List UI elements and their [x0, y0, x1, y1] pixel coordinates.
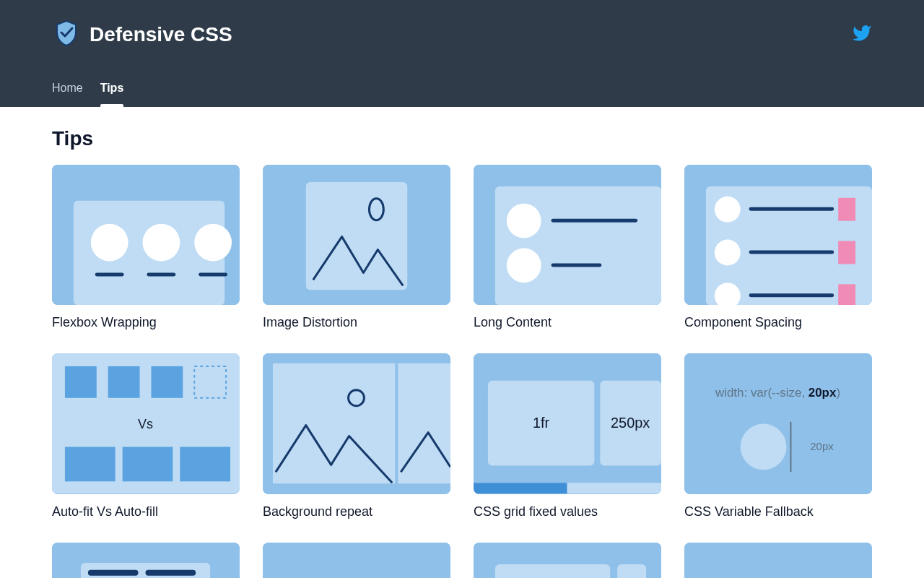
svg-rect-7 — [199, 272, 227, 276]
svg-point-13 — [507, 204, 541, 238]
svg-rect-30 — [108, 366, 140, 398]
svg-rect-56 — [146, 569, 196, 575]
svg-rect-55 — [88, 569, 139, 575]
svg-rect-9 — [306, 182, 407, 290]
svg-rect-61 — [684, 543, 872, 579]
svg-rect-60 — [617, 564, 646, 578]
card-thumb: Vs — [52, 353, 240, 493]
shield-icon — [52, 19, 81, 51]
svg-rect-35 — [123, 447, 173, 482]
card-peek[interactable] — [474, 543, 661, 579]
svg-rect-20 — [749, 207, 834, 211]
nav-home[interactable]: Home — [52, 69, 83, 107]
svg-rect-23 — [749, 251, 834, 254]
svg-rect-59 — [495, 564, 610, 578]
card-title: Long Content — [474, 315, 661, 330]
card-thumb — [474, 543, 661, 579]
svg-rect-29 — [65, 366, 97, 398]
svg-point-15 — [507, 249, 541, 283]
svg-rect-47 — [474, 483, 567, 494]
svg-point-4 — [194, 224, 232, 262]
svg-rect-34 — [65, 447, 116, 482]
svg-rect-14 — [552, 219, 638, 223]
svg-rect-24 — [838, 241, 855, 264]
svg-text:250px: 250px — [611, 415, 650, 431]
card-peek[interactable] — [52, 543, 240, 579]
card-thumb — [263, 165, 450, 305]
card-title: CSS grid fixed values — [474, 504, 661, 519]
svg-text:1fr: 1fr — [533, 415, 550, 431]
card-thumb — [474, 165, 661, 305]
page-title: Tips — [52, 127, 872, 150]
brand[interactable]: Defensive CSS — [52, 19, 232, 51]
svg-point-19 — [715, 197, 741, 223]
card-thumb — [263, 543, 450, 579]
card-long-content[interactable]: Long Content — [474, 165, 661, 330]
tips-grid: Flexbox Wrapping Image Distortion — [52, 165, 872, 578]
card-thumb — [52, 165, 240, 305]
card-thumb — [684, 543, 872, 579]
card-title: Component Spacing — [684, 315, 872, 330]
svg-rect-26 — [749, 293, 834, 297]
svg-rect-27 — [838, 284, 855, 305]
card-title: Auto-fit Vs Auto-fill — [52, 504, 240, 519]
card-background-repeat[interactable]: Background repeat — [263, 353, 450, 519]
svg-rect-31 — [151, 366, 183, 398]
card-flexbox-wrapping[interactable]: Flexbox Wrapping — [52, 165, 240, 330]
svg-point-50 — [741, 424, 787, 470]
svg-rect-5 — [95, 272, 124, 276]
svg-text:width: var(--size, 20px): width: var(--size, 20px) — [715, 386, 840, 400]
svg-text:20px: 20px — [810, 441, 834, 453]
svg-point-3 — [143, 224, 180, 262]
card-thumb: width: var(--size, 20px) 20px — [684, 353, 872, 493]
card-grid-fixed-values[interactable]: 1fr 250px CSS grid fixed values — [474, 353, 661, 519]
card-autofit-vs-autofill[interactable]: Vs Auto-fit Vs Auto-fill — [52, 353, 240, 519]
card-title: Image Distortion — [263, 315, 450, 330]
card-title: Flexbox Wrapping — [52, 315, 240, 330]
svg-rect-6 — [147, 272, 175, 276]
card-thumb — [263, 353, 450, 493]
card-thumb — [52, 543, 240, 579]
card-title: CSS Variable Fallback — [684, 504, 872, 519]
main-nav: Home Tips — [52, 69, 872, 107]
svg-text:Vs: Vs — [138, 417, 153, 431]
svg-rect-36 — [180, 447, 230, 482]
card-thumb — [684, 165, 872, 305]
svg-point-22 — [715, 240, 741, 266]
nav-tips[interactable]: Tips — [100, 69, 124, 107]
brand-title: Defensive CSS — [90, 23, 232, 46]
card-component-spacing[interactable]: Component Spacing — [684, 165, 872, 330]
svg-rect-21 — [838, 198, 855, 221]
card-thumb: 1fr 250px — [474, 353, 661, 493]
card-peek[interactable] — [263, 543, 450, 579]
card-variable-fallback[interactable]: width: var(--size, 20px) 20px CSS Variab… — [684, 353, 872, 519]
twitter-icon[interactable] — [852, 23, 872, 46]
svg-rect-16 — [552, 263, 602, 267]
card-peek[interactable] — [684, 543, 872, 579]
card-title: Background repeat — [263, 504, 450, 519]
svg-point-2 — [91, 224, 128, 262]
svg-rect-48 — [684, 353, 872, 493]
svg-rect-57 — [263, 543, 450, 579]
card-image-distortion[interactable]: Image Distortion — [263, 165, 450, 330]
